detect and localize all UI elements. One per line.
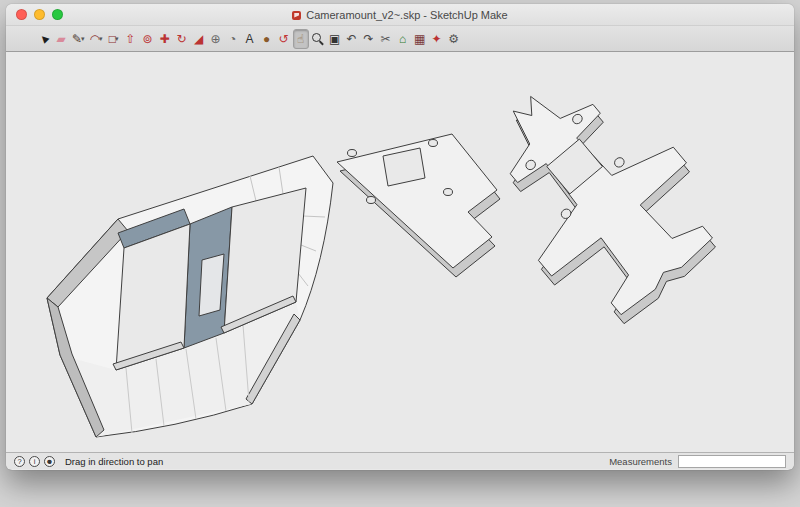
magnifier-icon [312, 33, 323, 44]
model-viewport[interactable] [6, 52, 794, 452]
scale-icon: ◢ [194, 30, 203, 48]
warehouse-icon: ⌂ [399, 30, 406, 48]
styles-icon: ✦ [432, 30, 442, 48]
offset-icon: ⊚ [143, 30, 153, 48]
shapes-tool-button[interactable]: □▾ [106, 29, 122, 49]
pan-tool-button[interactable]: ☝ [293, 29, 309, 49]
text-tool-button[interactable]: A [242, 29, 258, 49]
desktop: Cameramount_v2~.skp - SketchUp Make ► ▰ … [0, 0, 800, 507]
screw-hole [613, 156, 626, 169]
protractor-icon: ◔ [229, 30, 236, 48]
pan-hand-icon: ☝ [297, 30, 304, 48]
zoom-tool-button[interactable] [310, 29, 326, 49]
move-tool-button[interactable]: ✚ [157, 29, 173, 49]
get-models-button[interactable]: ⌂ [395, 29, 411, 49]
paint-bucket-icon: ● [263, 30, 270, 48]
move-icon: ✚ [160, 30, 170, 48]
rotate-tool-button[interactable]: ↻ [174, 29, 190, 49]
zoom-extents-tool-button[interactable]: ▣ [327, 29, 343, 49]
next-view-button[interactable]: ↷ [361, 29, 377, 49]
previous-view-button[interactable]: ↶ [344, 29, 360, 49]
rotate-icon: ↻ [177, 30, 187, 48]
sketchup-window: Cameramount_v2~.skp - SketchUp Make ► ▰ … [6, 4, 794, 470]
status-hint: Drag in direction to pan [65, 456, 163, 467]
zoom-button[interactable] [52, 9, 63, 20]
statusbar-icons: ? i ☻ [14, 456, 55, 467]
screw-hole [348, 150, 357, 157]
protractor-tool-button[interactable]: ◔ [225, 29, 241, 49]
select-tool-button[interactable]: ► [36, 29, 52, 49]
push-pull-tool-button[interactable]: ⇧ [123, 29, 139, 49]
redo-view-icon: ↷ [364, 30, 374, 48]
toolbar: ► ▰ ✎▾ ◠▾ □▾ ⇧ ⊚ ✚ ↻ ◢ ⊕ ◔ A ● ↺ ☝ ▣ ↶ ↷… [6, 26, 794, 52]
instructor-icon[interactable]: i [29, 456, 40, 467]
chevron-down-icon: ▾ [115, 35, 119, 42]
mount-plate-model[interactable] [337, 134, 500, 277]
measurements-input[interactable] [678, 455, 786, 468]
undo-view-icon: ↶ [347, 30, 357, 48]
styles-button[interactable]: ✦ [429, 29, 445, 49]
screw-hole [367, 197, 376, 204]
screw-hole [429, 140, 438, 147]
tape-measure-icon: ⊕ [211, 30, 221, 48]
select-icon: ► [33, 28, 54, 49]
screw-hole [444, 189, 453, 196]
measurements-label: Measurements [609, 456, 672, 467]
scale-tool-button[interactable]: ◢ [191, 29, 207, 49]
window-title-wrap: Cameramount_v2~.skp - SketchUp Make [6, 9, 794, 21]
measurements-group: Measurements [609, 455, 786, 468]
statusbar: ? i ☻ Drag in direction to pan Measureme… [6, 452, 794, 469]
section-icon: ✂ [381, 30, 391, 48]
eraser-tool-button[interactable]: ▰ [53, 29, 69, 49]
push-pull-icon: ⇧ [126, 30, 136, 48]
modeling-canvas[interactable] [6, 52, 794, 452]
user-icon[interactable]: ☻ [44, 456, 55, 467]
chevron-down-icon: ▾ [99, 35, 103, 42]
components-button[interactable]: ▦ [412, 29, 428, 49]
traffic-lights [16, 9, 63, 20]
section-plane-button[interactable]: ✂ [378, 29, 394, 49]
titlebar[interactable]: Cameramount_v2~.skp - SketchUp Make [6, 4, 794, 26]
cross-member-slot[interactable] [199, 254, 224, 316]
close-button[interactable] [16, 9, 27, 20]
line-tool-button[interactable]: ✎▾ [70, 29, 87, 49]
offset-tool-button[interactable]: ⊚ [140, 29, 156, 49]
text-icon: A [246, 30, 254, 48]
components-icon: ▦ [414, 30, 425, 48]
preferences-button[interactable]: ⚙ [446, 29, 462, 49]
orbit-tool-button[interactable]: ↺ [276, 29, 292, 49]
camera-mount-model[interactable] [47, 156, 333, 437]
zoom-extents-icon: ▣ [329, 30, 340, 48]
minimize-button[interactable] [34, 9, 45, 20]
paint-bucket-tool-button[interactable]: ● [259, 29, 275, 49]
gear-icon: ⚙ [448, 30, 459, 48]
orbit-icon: ↺ [279, 30, 289, 48]
tape-measure-tool-button[interactable]: ⊕ [208, 29, 224, 49]
window-title: Cameramount_v2~.skp - SketchUp Make [306, 9, 507, 21]
chevron-down-icon: ▾ [81, 35, 85, 42]
sketchup-doc-icon [292, 11, 301, 20]
help-icon[interactable]: ? [14, 456, 25, 467]
eraser-icon: ▰ [56, 30, 65, 48]
arc-tool-button[interactable]: ◠▾ [88, 29, 105, 49]
